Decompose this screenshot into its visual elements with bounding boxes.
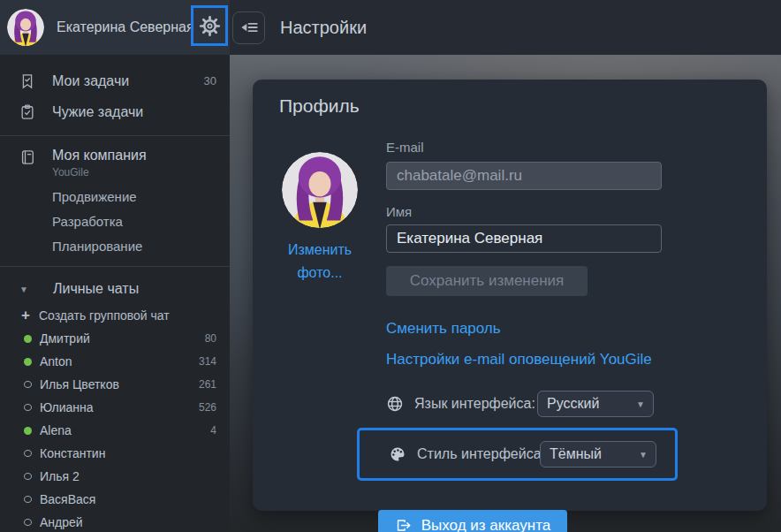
user-avatar[interactable]: [7, 9, 44, 46]
chevron-down-icon: ▼: [19, 285, 37, 294]
change-password-link[interactable]: Сменить пароль: [386, 320, 717, 338]
sidebar-item-project[interactable]: Планирование: [0, 235, 230, 258]
palette-icon: [389, 445, 406, 463]
chat-count-badge: 80: [205, 332, 216, 345]
nav-label: Мои задачи: [52, 73, 129, 89]
profile-card-title: Профиль: [279, 95, 360, 117]
chevron-down-icon: ▼: [636, 399, 645, 409]
language-label: Язык интерфейса:: [414, 396, 535, 412]
chat-name: Илья Цветков: [40, 377, 119, 391]
chat-count-badge: 526: [199, 401, 216, 414]
style-label: Стиль интерфейса:: [417, 446, 545, 462]
main-area: Настройки Профиль Изменить фото... E-mai…: [230, 0, 781, 532]
presence-dot: [24, 358, 32, 366]
presence-dot: [24, 519, 32, 526]
presence-dot: [24, 427, 32, 435]
presence-dot: [24, 496, 32, 503]
sidebar: Екатерина Северная: [0, 0, 230, 532]
presence-dot: [24, 381, 32, 388]
sidebar-item-project[interactable]: Разработка: [0, 210, 230, 233]
chat-item[interactable]: Юлианна 526: [0, 396, 230, 419]
sidebar-item-project[interactable]: Продвижение: [0, 186, 230, 209]
settings-background: Профиль Изменить фото... E-mail Имя Со: [230, 55, 781, 532]
style-setting-highlight: Стиль интерфейса: Тёмный ▼: [357, 428, 678, 481]
save-changes-button[interactable]: Сохранить изменения: [386, 266, 588, 296]
presence-dot: [24, 450, 32, 457]
chat-name: Константин: [40, 446, 105, 460]
email-field: [386, 162, 662, 190]
chat-item[interactable]: ВасяВася: [0, 488, 230, 511]
chat-item[interactable]: Илья 2: [0, 465, 230, 488]
collapse-sidebar-button[interactable]: [232, 11, 265, 44]
task-count-badge: 30: [204, 74, 216, 87]
style-select[interactable]: Тёмный ▼: [540, 441, 656, 467]
company-subtitle: YouGile: [52, 166, 147, 179]
globe-icon: [386, 395, 404, 413]
user-name: Екатерина Северная: [57, 19, 194, 35]
logout-label: Выход из аккаунта: [421, 517, 551, 532]
chat-name: Андрей: [40, 515, 83, 529]
chat-item[interactable]: Илья Цветков 261: [0, 373, 230, 396]
change-photo-link[interactable]: Изменить фото...: [279, 239, 360, 285]
chat-name: Илья 2: [40, 469, 80, 483]
presence-dot: [24, 404, 32, 411]
chat-name: Дмитрий: [40, 331, 90, 346]
divider: [0, 135, 230, 136]
chat-count-badge: 261: [199, 378, 216, 391]
settings-gear-button[interactable]: [191, 5, 228, 46]
chat-count-badge: 4: [210, 424, 216, 437]
chats-section-label: Личные чаты: [53, 281, 139, 297]
chat-name: Юлианна: [40, 400, 94, 414]
sidebar-item-company[interactable]: Моя компания YouGile: [0, 144, 230, 179]
company-name: Моя компания: [52, 146, 147, 165]
sidebar-nav: Мои задачи 30 Чужие задачи: [0, 55, 230, 532]
language-select[interactable]: Русский ▼: [537, 391, 654, 417]
chat-item[interactable]: Anton 314: [0, 350, 230, 373]
yougile-app: Екатерина Северная: [0, 0, 781, 532]
logout-icon: [395, 517, 412, 532]
main-header: Настройки: [230, 0, 781, 55]
style-row: Стиль интерфейса: Тёмный ▼: [389, 441, 675, 467]
create-chat-label: Создать групповой чат: [39, 308, 170, 323]
chat-count-badge: 314: [199, 355, 216, 368]
divider: [0, 266, 230, 267]
collapse-sidebar-icon: [239, 18, 259, 37]
chat-name: Alena: [40, 423, 72, 437]
presence-dot: [24, 473, 32, 480]
chat-item[interactable]: Константин: [0, 442, 230, 465]
bookmark-check-icon: [18, 72, 37, 90]
chat-item[interactable]: Alena 4: [0, 419, 230, 442]
project-list: Продвижение Разработка Планирование: [0, 186, 230, 258]
nav-label: Чужие задачи: [52, 104, 143, 120]
sidebar-user-header: Екатерина Северная: [0, 0, 230, 55]
presence-dot: [24, 335, 32, 343]
personal-chats-header[interactable]: ▼ Личные чаты: [0, 275, 230, 303]
sidebar-item-others-tasks[interactable]: Чужие задачи: [0, 96, 230, 127]
logout-button[interactable]: Выход из аккаунта: [378, 510, 567, 532]
name-label: Имя: [386, 204, 717, 219]
chat-name: Anton: [40, 354, 72, 369]
language-row: Язык интерфейса: Русский ▼: [386, 391, 717, 417]
chat-item[interactable]: Дмитрий 80: [0, 327, 230, 350]
email-label: E-mail: [386, 140, 717, 155]
plus-icon: +: [21, 307, 39, 324]
notebook-icon: [18, 148, 37, 166]
chat-item[interactable]: Андрей: [0, 511, 230, 532]
create-group-chat-button[interactable]: + Создать групповой чат: [0, 303, 230, 327]
chevron-down-icon: ▼: [639, 450, 648, 460]
email-notifications-link[interactable]: Настройки e-mail оповещений YouGile: [386, 351, 717, 369]
profile-photo[interactable]: [282, 152, 358, 228]
chat-name: ВасяВася: [40, 492, 95, 506]
name-field[interactable]: [386, 224, 662, 253]
gear-icon: [199, 15, 221, 37]
profile-card: Профиль Изменить фото... E-mail Имя Со: [253, 80, 767, 511]
page-title: Настройки: [280, 18, 367, 38]
clipboard-check-icon: [18, 103, 37, 121]
sidebar-item-my-tasks[interactable]: Мои задачи 30: [0, 65, 230, 96]
